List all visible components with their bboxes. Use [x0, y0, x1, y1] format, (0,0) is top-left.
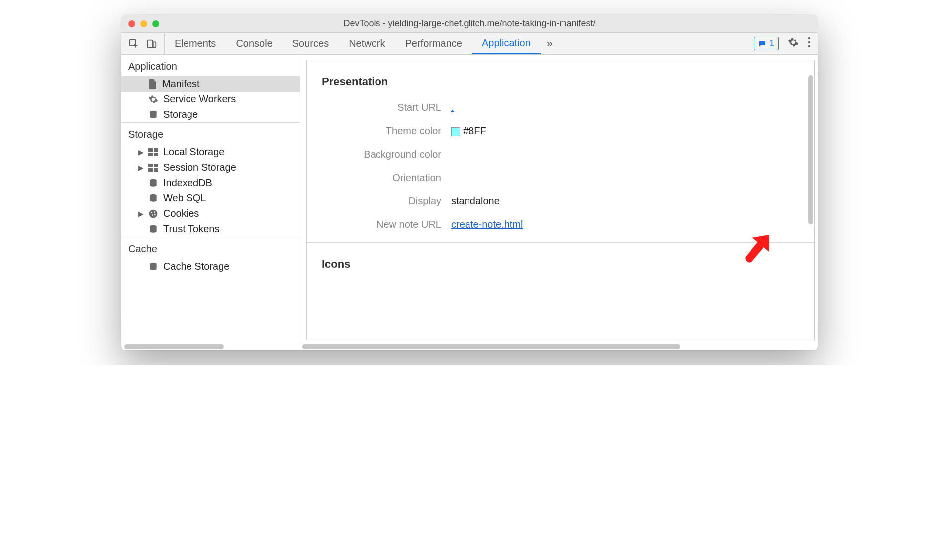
- window-controls: [128, 20, 159, 27]
- sidebar-item-cache-storage[interactable]: ▶ Cache Storage: [121, 259, 300, 274]
- tab-performance[interactable]: Performance: [395, 33, 472, 54]
- sidebar-item-indexeddb[interactable]: ▶ IndexedDB: [121, 175, 300, 190]
- window-title: DevTools - yielding-large-chef.glitch.me…: [121, 18, 818, 29]
- main-hscroll[interactable]: [302, 344, 680, 349]
- sidebar-item-web-sql[interactable]: ▶ Web SQL: [121, 190, 300, 206]
- gear-icon: [148, 94, 158, 104]
- devtools-window: DevTools - yielding-large-chef.glitch.me…: [121, 15, 818, 350]
- svg-rect-9: [148, 153, 153, 156]
- sidebar-item-service-workers[interactable]: ▶ Service Workers: [121, 92, 300, 107]
- tab-sources[interactable]: Sources: [282, 33, 339, 54]
- row-theme-color: Theme color #8FF: [307, 119, 814, 143]
- tab-elements[interactable]: Elements: [165, 33, 226, 54]
- row-background-color: Background color: [307, 143, 814, 166]
- devtools-tabbar: Elements Console Sources Network Perform…: [121, 33, 818, 55]
- svg-point-17: [149, 209, 158, 218]
- cookie-icon: [148, 209, 158, 219]
- svg-rect-7: [148, 148, 153, 152]
- sidebar-section-storage: Storage: [121, 123, 300, 144]
- svg-point-5: [808, 45, 810, 47]
- tab-console[interactable]: Console: [226, 33, 282, 54]
- row-start-url: Start URL .: [307, 96, 814, 119]
- issues-badge[interactable]: 1: [754, 37, 779, 50]
- svg-point-3: [808, 37, 810, 39]
- svg-rect-11: [148, 164, 153, 167]
- tab-network[interactable]: Network: [339, 33, 395, 54]
- settings-icon[interactable]: [788, 37, 799, 51]
- application-sidebar: Application ▶ Manifest ▶ Service Workers…: [121, 55, 300, 343]
- issues-count: 1: [769, 38, 774, 49]
- svg-rect-10: [154, 153, 158, 156]
- svg-rect-8: [154, 148, 158, 152]
- db-icon: [148, 224, 158, 234]
- grid-icon: [148, 148, 158, 156]
- section-icons-title: Icons: [307, 243, 814, 279]
- row-new-note-url: New note URL create-note.html: [307, 213, 814, 236]
- sidebar-item-storage[interactable]: ▶ Storage: [121, 107, 300, 122]
- svg-rect-1: [148, 40, 153, 47]
- vertical-scrollbar[interactable]: [808, 75, 813, 224]
- display-value: standalone: [451, 195, 500, 207]
- db-icon: [148, 262, 158, 272]
- zoom-window-button[interactable]: [152, 20, 159, 27]
- svg-rect-12: [154, 164, 158, 167]
- svg-point-20: [152, 214, 153, 216]
- db-icon: [148, 178, 158, 188]
- device-toolbar-icon[interactable]: [146, 38, 157, 49]
- row-orientation: Orientation: [307, 166, 814, 189]
- sidebar-item-trust-tokens[interactable]: ▶ Trust Tokens: [121, 221, 300, 237]
- manifest-panel: Presentation Start URL . Theme color #8F…: [300, 55, 818, 343]
- sidebar-item-local-storage[interactable]: ▶ Local Storage: [121, 144, 300, 160]
- theme-color-swatch: [451, 127, 460, 136]
- svg-rect-14: [154, 168, 158, 172]
- new-note-url-link[interactable]: create-note.html: [451, 219, 523, 230]
- more-tabs-button[interactable]: »: [541, 33, 559, 54]
- sidebar-item-cookies[interactable]: ▶ Cookies: [121, 206, 300, 221]
- svg-point-4: [808, 41, 810, 43]
- sidebar-section-application: Application: [121, 55, 300, 76]
- sidebar-section-cache: Cache: [121, 237, 300, 259]
- sidebar-item-manifest[interactable]: ▶ Manifest: [121, 76, 300, 92]
- inspect-element-icon[interactable]: [128, 38, 139, 49]
- file-icon: [148, 79, 157, 89]
- svg-rect-2: [153, 42, 156, 47]
- svg-point-21: [154, 214, 156, 215]
- row-display: Display standalone: [307, 189, 814, 213]
- tab-application[interactable]: Application: [472, 33, 541, 54]
- sidebar-item-session-storage[interactable]: ▶ Session Storage: [121, 160, 300, 175]
- svg-rect-13: [148, 168, 153, 172]
- grid-icon: [148, 164, 158, 172]
- minimize-window-button[interactable]: [140, 20, 147, 27]
- close-window-button[interactable]: [128, 20, 135, 27]
- theme-color-value: #8FF: [463, 125, 486, 136]
- sidebar-hscroll[interactable]: [124, 344, 224, 349]
- svg-point-18: [151, 212, 152, 213]
- titlebar: DevTools - yielding-large-chef.glitch.me…: [121, 15, 818, 33]
- db-icon: [148, 193, 158, 203]
- db-icon: [148, 110, 158, 120]
- svg-point-19: [154, 211, 155, 213]
- section-presentation-title: Presentation: [307, 60, 814, 96]
- start-url-link[interactable]: .: [451, 102, 454, 113]
- menu-icon[interactable]: [808, 37, 811, 51]
